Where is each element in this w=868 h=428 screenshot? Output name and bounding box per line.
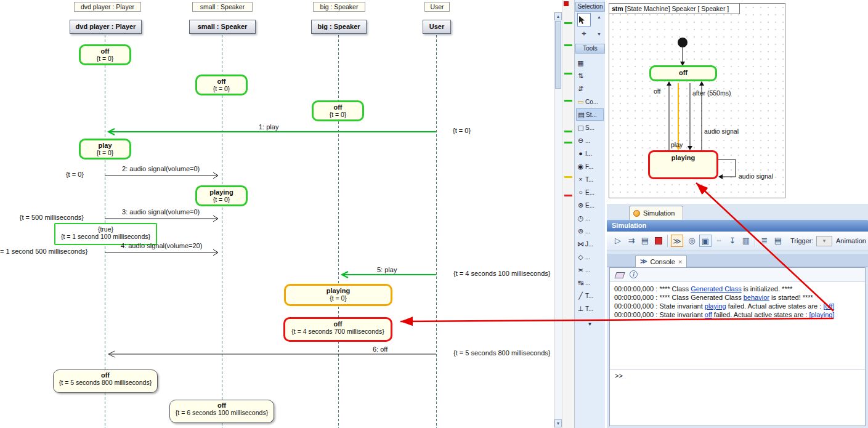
palette-item-join[interactable]: ⋈J... — [576, 238, 604, 250]
scroll-up-button[interactable]: ▲ — [554, 12, 562, 20]
transition-label-off[interactable]: off — [654, 87, 660, 95]
trigger-dropdown[interactable]: ▾ — [816, 236, 832, 246]
lifeline-head-small-speaker[interactable]: small : Speaker — [189, 20, 256, 34]
palette-item[interactable]: ▦ — [576, 57, 604, 69]
palette-item[interactable]: ×T... — [576, 173, 604, 185]
sequence-diagram-canvas[interactable]: dvd player : Player small : Speaker big … — [0, 0, 554, 428]
log-link[interactable]: behavior — [744, 294, 769, 301]
palette-more-button[interactable]: ▼ — [576, 318, 604, 330]
transition-audio-signal-self[interactable] — [718, 159, 736, 179]
state-invariant-big-off-2[interactable]: off {t = 4 seconds 700 milliseconds} — [283, 317, 392, 342]
info-icon[interactable]: i — [630, 270, 638, 278]
state-invariant-dvd-play[interactable]: play {t = 0} — [79, 139, 131, 159]
message-2-arrow[interactable] — [105, 172, 218, 179]
state-invariant-dvd-off-2[interactable]: off {t = 5 seconds 800 milliseconds} — [53, 369, 158, 393]
message-3-label[interactable]: 3: audio signal(volume=0) — [122, 208, 200, 216]
sticky-tool[interactable]: ⌖ — [577, 28, 591, 41]
scrollbar-thumb[interactable] — [555, 21, 561, 89]
trigger-list-button[interactable]: ≣ — [758, 235, 771, 247]
tab-simulation[interactable]: Simulation — [629, 206, 683, 220]
message-5-time[interactable]: {t = 4 seconds 100 milliseconds} — [453, 270, 550, 277]
state-off[interactable]: off — [649, 65, 717, 81]
transition-after-550ms[interactable] — [688, 83, 692, 150]
watch-button[interactable]: ◎ — [686, 235, 698, 247]
sequence-vertical-scrollbar[interactable]: ▲ ▼ — [554, 12, 562, 428]
palette-item[interactable]: ⊥T... — [576, 302, 604, 315]
message-3-arrow[interactable] — [105, 216, 218, 222]
state-playing[interactable]: playing — [648, 150, 718, 179]
palette-item-state-invariant[interactable]: ▤St... — [576, 108, 604, 121]
message-4-arrow[interactable] — [105, 249, 218, 256]
transition-label-audio-signal-self[interactable]: audio signal — [739, 172, 773, 180]
panel-button[interactable]: ▥ — [740, 235, 752, 247]
message-1-label[interactable]: 1: play — [259, 123, 278, 131]
palette-item[interactable]: ╱T... — [576, 289, 604, 302]
pinned-lifeline-tab-small-speaker[interactable]: small : Speaker — [192, 2, 253, 12]
state-invariant-small-off-1[interactable]: off {t = 0} — [195, 75, 248, 95]
tab-console[interactable]: ≫ Console × — [635, 255, 687, 267]
message-6-time[interactable]: {t = 5 seconds 800 milliseconds} — [453, 349, 550, 357]
close-icon[interactable]: × — [678, 258, 682, 265]
clear-console-icon[interactable] — [614, 272, 625, 278]
log-button[interactable]: ▤ — [639, 235, 651, 247]
message-2-time[interactable]: {t = 0} — [0, 171, 84, 178]
log-link[interactable]: off — [705, 311, 712, 318]
message-4-time[interactable]: = 1 second 500 milliseconds} — [0, 248, 86, 255]
state-invariant-small-playing[interactable]: playing {t = 0} — [195, 185, 248, 206]
palette-item[interactable]: ◇... — [576, 251, 604, 263]
palette-item[interactable]: ⊗E... — [576, 199, 604, 211]
console-output-area[interactable]: i 00:00:00,000 : **** Class Generated Cl… — [609, 267, 866, 426]
run-button[interactable]: ▷ — [612, 235, 624, 247]
transition-play-active[interactable] — [676, 83, 681, 150]
palette-item[interactable]: ⇵ — [576, 83, 604, 95]
message-2-label[interactable]: 2: audio signal(volume=0) — [122, 165, 200, 172]
pinned-lifeline-tab-dvd-player[interactable]: dvd player : Player — [74, 2, 141, 12]
variables-button[interactable]: ◦◦ — [713, 235, 725, 247]
message-1-time[interactable]: {t = 0} — [453, 127, 471, 134]
transition-label-play[interactable]: play — [671, 141, 683, 148]
message-3-time[interactable]: {t = 500 milliseconds} — [0, 214, 84, 221]
log-link[interactable]: [off] — [823, 302, 834, 310]
state-invariant-big-playing[interactable]: playing {t = 0} — [284, 284, 392, 306]
console-prompt[interactable]: >> — [615, 372, 623, 379]
state-invariant-big-off-1[interactable]: off {t = 0} — [312, 100, 364, 121]
palette-item[interactable]: ≍... — [576, 264, 604, 276]
lifeline-head-dvd-player[interactable]: dvd player : Player — [70, 20, 142, 34]
log-link[interactable]: [playing] — [809, 311, 835, 318]
stop-button[interactable] — [652, 235, 665, 247]
pinned-lifeline-tab-big-speaker[interactable]: big : Speaker — [313, 2, 365, 12]
message-5-label[interactable]: 5: play — [377, 266, 397, 273]
transition-initial[interactable] — [680, 47, 685, 66]
palette-scroll-down-icon[interactable]: ▼ — [597, 32, 601, 37]
palette-item[interactable]: ◷... — [576, 212, 604, 224]
log-link[interactable]: playing — [705, 302, 726, 310]
lifeline-head-user[interactable]: User — [423, 20, 451, 34]
transition-label-after-550ms[interactable]: after (550ms) — [692, 89, 731, 97]
palette-scroll-up-icon[interactable]: ▲ — [597, 15, 601, 20]
state-invariant-dvd-off-1[interactable]: off {t = 0} — [79, 44, 131, 65]
message-4-label[interactable]: 4: audio signal(volume=20) — [121, 242, 202, 249]
step-button[interactable]: ⇉ — [625, 235, 638, 247]
transition-off[interactable] — [667, 81, 671, 150]
palette-item[interactable]: ⇅ — [576, 70, 604, 82]
lifeline-head-big-speaker[interactable]: big : Speaker — [311, 20, 367, 34]
pinned-lifeline-tab-user[interactable]: User — [424, 2, 450, 12]
selection-cursor-tool[interactable] — [577, 13, 591, 26]
palette-item-initial[interactable]: ●I... — [576, 147, 604, 159]
export-button[interactable]: ↧ — [726, 235, 739, 247]
form-button[interactable]: ▤ — [772, 235, 784, 247]
log-link[interactable]: Generated Class — [691, 285, 742, 293]
state-machine-diagram-canvas[interactable]: stm [State Machine] Speaker [ Speaker ] — [609, 3, 785, 198]
state-invariant-small-off-2[interactable]: off {t = 6 seconds 100 milliseconds} — [169, 400, 274, 423]
console-toggle-button[interactable]: ≫ — [671, 235, 683, 247]
palette-item[interactable]: ▢S... — [576, 121, 604, 134]
scroll-down-button[interactable]: ▼ — [554, 419, 562, 427]
message-6-label[interactable]: 6: off — [373, 345, 387, 353]
transition-label-audio-signal[interactable]: audio signal — [704, 127, 739, 135]
palette-item[interactable]: ⊖... — [576, 134, 604, 147]
palette-item-comment[interactable]: ▭Co... — [576, 95, 604, 108]
initial-pseudostate[interactable] — [678, 38, 688, 47]
palette-item[interactable]: ⊚... — [576, 225, 604, 237]
palette-item-final[interactable]: ◉F... — [576, 160, 604, 172]
palette-item[interactable]: ↹... — [576, 277, 604, 289]
